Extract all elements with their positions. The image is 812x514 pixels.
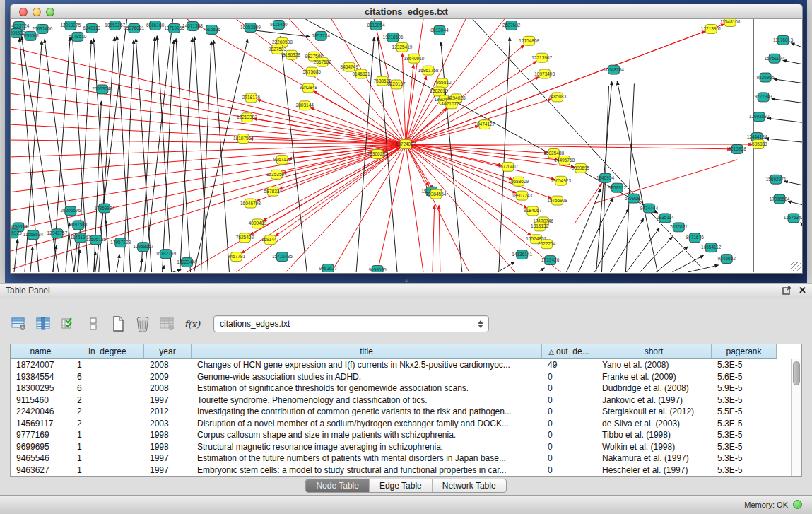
graph-node[interactable]: 6966160 <box>146 21 165 30</box>
graph-node[interactable]: 14136141 <box>512 250 532 259</box>
graph-node[interactable]: 9267130 <box>273 155 292 164</box>
graph-edge[interactable] <box>625 83 634 272</box>
graph-node[interactable]: 8471676 <box>686 233 705 243</box>
graph-edge[interactable] <box>767 118 802 122</box>
graph-node[interactable]: 16046798 <box>240 199 261 208</box>
table-row[interactable]: 977716911998Corpus callosum shape and si… <box>11 429 801 441</box>
graph-node[interactable]: 7857224 <box>312 31 331 40</box>
graph-edge[interactable] <box>575 183 602 223</box>
graph-node[interactable]: 11568634 <box>23 230 44 240</box>
zoom-traffic-light-icon[interactable] <box>46 8 54 16</box>
column-header-in_degree[interactable]: in_degree <box>71 344 144 359</box>
close-panel-icon[interactable]: ✕ <box>799 286 806 296</box>
graph-edge[interactable] <box>11 63 406 144</box>
graph-node[interactable]: 12213967 <box>531 53 552 62</box>
tab-network-table[interactable]: Network Table <box>433 479 506 492</box>
column-header-name[interactable]: name <box>11 344 71 359</box>
graph-edge[interactable] <box>117 255 119 272</box>
graph-node[interactable]: 18300295 <box>367 149 388 158</box>
graph-edge[interactable] <box>402 54 406 144</box>
graph-node[interactable]: 11675342 <box>784 214 802 223</box>
graph-edge[interactable] <box>498 262 514 272</box>
graph-edge[interactable] <box>784 182 802 185</box>
graph-node[interactable]: 14671358 <box>182 21 203 30</box>
graph-node[interactable]: 12010275 <box>60 21 81 30</box>
graph-edge[interactable] <box>473 19 700 267</box>
column-header-pagerank[interactable]: pagerank <box>712 344 777 359</box>
graph-node[interactable]: 2803144 <box>296 101 314 110</box>
graph-edge[interactable] <box>11 144 406 230</box>
graph-node[interactable]: 3915923 <box>11 229 22 238</box>
graph-node[interactable]: 2718176 <box>242 93 261 103</box>
graph-edge[interactable] <box>331 144 406 272</box>
table-scrollbar-thumb[interactable] <box>793 361 800 385</box>
graph-edge[interactable] <box>236 144 406 272</box>
graph-node[interactable]: 8215958 <box>729 145 747 154</box>
graph-edge[interactable] <box>406 144 527 208</box>
table-row[interactable]: 2242004622012Investigating the contribut… <box>11 406 801 418</box>
graph-node[interactable]: 12325419 <box>392 42 413 52</box>
graph-node[interactable]: 8613044 <box>430 25 449 35</box>
graph-node[interactable]: 16648784 <box>604 65 624 74</box>
graph-node[interactable]: 9245652 <box>718 255 736 264</box>
graph-node[interactable]: 9184067 <box>524 206 542 216</box>
graph-node[interactable]: 5875685 <box>303 67 322 76</box>
graph-node[interactable]: 2055301 <box>21 31 40 40</box>
table-row[interactable]: 969969511998Structural magnetic resonanc… <box>11 441 801 453</box>
table-settings-icon[interactable] <box>10 315 28 333</box>
graph-edge[interactable] <box>254 30 310 37</box>
function-builder-icon[interactable]: f(x) <box>183 315 201 333</box>
graph-node[interactable]: 9115460 <box>270 20 288 29</box>
graph-edge[interactable] <box>433 206 435 272</box>
graph-node[interactable]: 12923446 <box>177 258 197 267</box>
graph-edge[interactable] <box>11 47 406 144</box>
table-row[interactable]: 1938455462009Genome-wide association stu… <box>11 371 801 383</box>
table-row[interactable]: 946554611997Estimation of the future num… <box>11 452 801 465</box>
network-graph[interactable]: 1405572420691406120102756340113106532671… <box>11 19 802 272</box>
column-header-out_de[interactable]: △out_de... <box>542 344 596 359</box>
graph-node[interactable]: 9146821 <box>352 69 370 78</box>
table-row[interactable]: 911546021997Tourette syndrome. Phenomeno… <box>11 395 801 407</box>
delete-trash-icon[interactable] <box>134 315 152 333</box>
graph-edge[interactable] <box>595 209 629 272</box>
window-resize-grip[interactable] <box>791 262 801 271</box>
graph-node[interactable]: 10688609 <box>508 177 529 186</box>
graph-edge[interactable] <box>567 189 601 272</box>
graph-edge[interactable] <box>141 37 155 272</box>
graph-node[interactable]: 11548108 <box>720 19 741 26</box>
graph-node[interactable]: 5878334 <box>264 187 283 196</box>
column-header-year[interactable]: year <box>144 344 192 359</box>
graph-node[interactable]: 2687682 <box>502 21 521 30</box>
graph-node[interactable]: 11176013 <box>773 35 793 45</box>
graph-node[interactable]: 1815132 <box>531 222 549 231</box>
graph-node[interactable]: 6879197 <box>625 194 643 203</box>
graph-node[interactable]: 9699695 <box>368 266 387 272</box>
graph-node[interactable]: 18107564 <box>233 134 254 144</box>
graph-node[interactable]: 18907243 <box>512 191 532 200</box>
graph-node[interactable]: 7485083 <box>548 93 567 102</box>
table-row[interactable]: 946362711997Embryonic stem cells: a mode… <box>11 465 801 477</box>
graph-edge[interactable] <box>439 206 440 272</box>
graph-edge[interactable] <box>617 81 657 272</box>
new-document-icon[interactable] <box>109 315 127 333</box>
graph-node[interactable]: 16154808 <box>519 36 539 45</box>
graph-node[interactable]: 7515526 <box>203 25 221 34</box>
graph-node[interactable]: 5278510 <box>69 32 87 41</box>
rows-icon[interactable] <box>84 315 102 333</box>
graph-node[interactable]: 9463627 <box>319 264 338 272</box>
table-column-icon[interactable] <box>35 315 53 333</box>
graph-node[interactable]: 18640910 <box>404 54 425 63</box>
graph-node[interactable]: 15756928 <box>547 196 567 205</box>
graph-node[interactable]: 7955812 <box>433 78 452 88</box>
table-checks-icon[interactable] <box>59 315 78 333</box>
graph-node[interactable]: 17957223 <box>110 238 131 247</box>
combo-stepper-icon[interactable] <box>476 318 485 330</box>
graph-edge[interactable] <box>180 38 192 272</box>
graph-node[interactable]: 17016504 <box>770 194 790 204</box>
graph-node[interactable]: 10653267 <box>105 21 125 30</box>
graph-edge[interactable] <box>791 43 802 47</box>
graph-node[interactable]: 6340113 <box>83 23 100 33</box>
graph-edge[interactable] <box>105 220 109 272</box>
graph-edge[interactable] <box>11 144 406 157</box>
graph-node[interactable]: 8220157 <box>387 80 406 89</box>
